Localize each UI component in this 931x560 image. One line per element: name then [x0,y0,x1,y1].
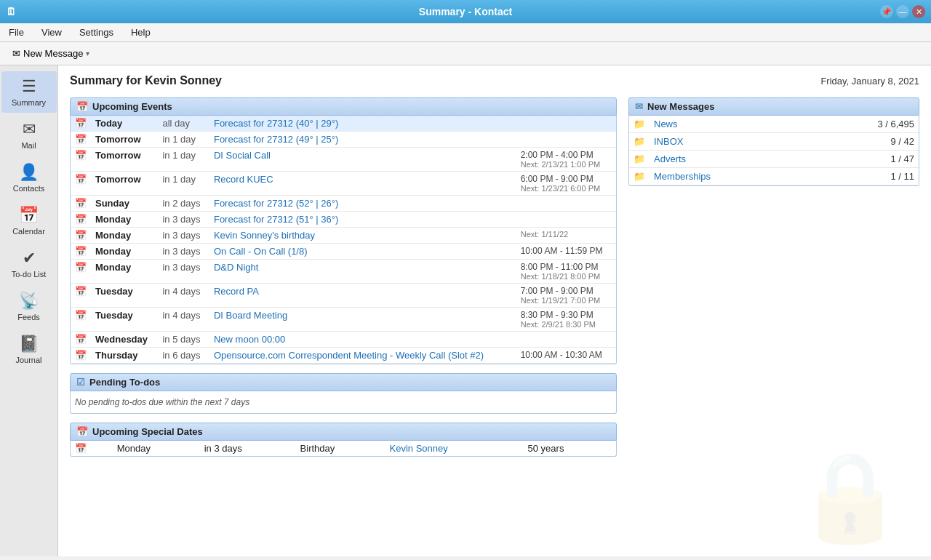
folder-name: Adverts [650,151,808,168]
menu-help[interactable]: Help [125,25,156,40]
event-offset: in 2 days [158,196,209,212]
event-time [516,196,616,212]
event-cal-icon: 📅 [71,148,91,172]
event-row: 📅 Monday in 3 days On Call - On Call (1/… [71,244,616,260]
menubar: File View Settings Help [0,23,931,42]
event-row: 📅 Wednesday in 5 days New moon 00:00 [71,332,616,348]
event-name: DI Social Call [209,148,516,172]
event-time: Next: 1/11/22 [516,228,616,244]
left-column: 📅 Upcoming Events 📅 Today all day Foreca… [70,97,617,465]
event-day: Monday [91,244,158,260]
sidebar-item-journal[interactable]: 📓 Journal [1,329,57,370]
sidebar-item-summary[interactable]: ☰ Summary [1,71,57,113]
upcoming-events-body: 📅 Today all day Forecast for 27312 (40° … [70,116,617,364]
sidebar-label-summary: Summary [12,98,46,107]
folder-name: News [650,116,808,133]
close-button[interactable]: ✕ [912,5,925,18]
event-cal-icon: 📅 [71,212,91,228]
sidebar-icon-calendar: 📅 [19,206,39,225]
pending-todos-body: No pending to-dos due within the next 7 … [70,391,617,414]
main-area: ☰ Summary ✉ Mail 👤 Contacts 📅 Calendar ✔… [0,65,931,556]
sidebar-label-contacts: Contacts [13,184,44,193]
todo-section-icon: ☑ [76,377,85,388]
folder-name: INBOX [650,133,808,151]
event-row: 📅 Tomorrow in 1 day DI Social Call 2:00 … [71,148,616,172]
message-folder-row: 📁 News 3 / 6,495 [629,116,919,133]
event-day: Monday [91,212,158,228]
message-folder-row: 📁 INBOX 9 / 42 [629,133,919,151]
event-name: Forecast for 27312 (52° | 26°) [209,196,516,212]
event-name: Forecast for 27312 (51° | 36°) [209,212,516,228]
event-name: On Call - On Call (1/8) [209,244,516,260]
event-offset: in 1 day [158,132,209,148]
sidebar-item-calendar[interactable]: 📅 Calendar [1,200,57,241]
sidebar-item-mail[interactable]: ✉ Mail [1,114,57,156]
event-offset: in 1 day [158,172,209,196]
sidebar-item-contacts[interactable]: 👤 Contacts [1,157,57,199]
event-day: Monday [91,260,158,284]
special-dates-header: 📅 Upcoming Special Dates [70,423,617,441]
toolbar: ✉ New Message ▾ [0,42,931,65]
menu-settings[interactable]: Settings [73,25,119,40]
app-icon: 🗓 [6,6,16,17]
event-cal-icon: 📅 [71,308,91,332]
event-name: Opensource.com Correspondent Meeting - W… [209,348,516,364]
sidebar-icon-contacts: 👤 [19,163,39,182]
event-offset: in 3 days [158,212,209,228]
window-controls: 📌 — ✕ [880,5,925,18]
dropdown-arrow[interactable]: ▾ [86,49,89,57]
event-offset: in 4 days [158,308,209,332]
special-dates-icon: 📅 [76,426,88,437]
event-row: 📅 Sunday in 2 days Forecast for 27312 (5… [71,196,616,212]
event-cal-icon: 📅 [71,172,91,196]
upcoming-events-label: Upcoming Events [92,101,172,112]
sidebar-label-calendar: Calendar [12,227,45,236]
menu-file[interactable]: File [3,25,30,40]
pin-button[interactable]: 📌 [880,5,893,18]
event-time: 7:00 PM - 9:00 PMNext: 1/19/21 7:00 PM [516,284,616,308]
event-offset: in 3 days [158,228,209,244]
sidebar-item-todo[interactable]: ✔ To-do List [1,243,57,284]
event-cal-icon: 📅 [71,116,91,132]
summary-header: Summary for Kevin Sonney Friday, January… [70,74,919,87]
event-row: 📅 Tuesday in 4 days Record PA 7:00 PM - … [71,284,616,308]
event-cal-icon: 📅 [71,284,91,308]
watermark-icon: 🔒 [796,446,905,548]
event-name: Forecast for 27312 (40° | 29°) [209,116,516,132]
event-offset: in 5 days [158,332,209,348]
event-name: D&D Night [209,260,516,284]
sidebar-item-feeds[interactable]: 📡 Feeds [1,286,57,327]
sidebar-icon-summary: ☰ [22,77,36,96]
sidebar-icon-todo: ✔ [23,249,36,268]
two-column-layout: 📅 Upcoming Events 📅 Today all day Foreca… [70,97,919,465]
event-row: 📅 Tomorrow in 1 day Record KUEC 6:00 PM … [71,172,616,196]
event-time [516,212,616,228]
pending-todos-message: No pending to-dos due within the next 7 … [71,391,616,413]
event-time: 6:00 PM - 9:00 PMNext: 1/23/21 6:00 PM [516,172,616,196]
event-name: Record KUEC [209,172,516,196]
menu-view[interactable]: View [36,25,68,40]
new-message-button[interactable]: ✉ New Message ▾ [6,45,96,62]
event-offset: in 3 days [158,260,209,284]
special-dates-label: Upcoming Special Dates [92,426,203,437]
summary-date: Friday, January 8, 2021 [820,76,919,87]
new-messages-label: New Messages [647,101,715,112]
folder-count: 1 / 11 [808,168,919,185]
event-time: 10:00 AM - 11:59 PM [516,244,616,260]
event-day: Wednesday [91,332,158,348]
event-day: Tuesday [91,308,158,332]
special-offset: in 3 days [200,441,296,456]
folder-icon: 📁 [629,168,650,185]
event-day: Tuesday [91,284,158,308]
folder-count: 3 / 6,495 [808,116,919,133]
event-time [516,132,616,148]
folder-icon: 📁 [629,151,650,168]
minimize-button[interactable]: — [896,5,909,18]
event-name: Kevin Sonney's birthday [209,228,516,244]
event-time: 8:00 PM - 11:00 PMNext: 1/18/21 8:00 PM [516,260,616,284]
event-day: Monday [91,228,158,244]
event-day: Tomorrow [91,132,158,148]
event-cal-icon: 📅 [71,260,91,284]
event-name: DI Board Meeting [209,308,516,332]
sidebar-label-feeds: Feeds [17,313,40,321]
